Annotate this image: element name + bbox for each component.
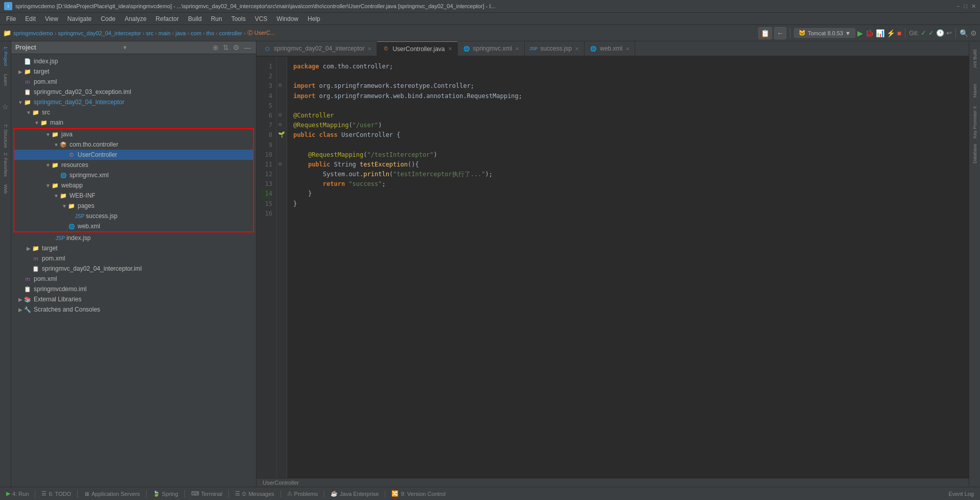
panel-sort-button[interactable]: ⇅ (222, 43, 230, 52)
java-enterprise-button[interactable]: ☕ Java Enterprise (329, 490, 381, 497)
menu-code[interactable]: Code (97, 14, 120, 23)
code-content[interactable]: package com.tho.controller; import org.s… (287, 57, 969, 478)
menu-refactor[interactable]: Refactor (152, 14, 183, 23)
tree-item-pom-project[interactable]: m pom.xml (11, 274, 256, 284)
tree-item-index-webapp[interactable]: JSP index.jsp (11, 233, 256, 243)
tree-item-usercontroller[interactable]: © UserController (14, 150, 253, 160)
tab-close-button[interactable]: ✕ (367, 46, 371, 52)
tree-item-pom-module[interactable]: m pom.xml (11, 253, 256, 264)
sidebar-favorites-button[interactable]: 2: Favorites (1, 150, 11, 180)
tab-web-xml[interactable]: 🌐 web.xml ✕ (585, 41, 635, 56)
tree-item-index-jsp-root[interactable]: 📄 index.jsp (11, 56, 256, 66)
code-editor[interactable]: 1 2 3 4 5 6 7 8 9 10 11 12 13 14 15 16 ⊖ (256, 57, 969, 478)
tab-success-jsp[interactable]: JSP success.jsp ✕ (525, 41, 585, 56)
messages-button[interactable]: ☰ 0: Messages (233, 490, 276, 497)
tree-item-webinf[interactable]: ▼ 📁 WEB-INF (14, 191, 253, 201)
stop-button[interactable]: ■ (897, 29, 901, 37)
git-clock-button[interactable]: 🕐 (936, 29, 944, 37)
tree-item-main[interactable]: ▼ 📁 main (11, 117, 256, 128)
sidebar-bookmark-button[interactable]: ☆ (1, 91, 11, 122)
breadcrumb-project[interactable]: springmvcdemo (13, 30, 53, 36)
version-control-button[interactable]: 🔀 9: Version Control (389, 490, 447, 497)
panel-minimize-button[interactable]: — (243, 43, 252, 52)
tree-item-success-jsp[interactable]: JSP success.jsp (14, 211, 253, 221)
menu-help[interactable]: Help (304, 14, 324, 23)
sidebar-web-button[interactable]: Web (1, 181, 11, 197)
menu-vcs[interactable]: VCS (251, 14, 272, 23)
breadcrumb-controller[interactable]: controller (219, 30, 242, 36)
profile-button[interactable]: ⚡ (886, 29, 895, 37)
breadcrumb-java[interactable]: java (176, 30, 186, 36)
terminal-button[interactable]: ⌨ Terminal (189, 490, 225, 497)
panel-settings-button[interactable]: ⚙ (232, 43, 241, 52)
breadcrumb-src[interactable]: src (146, 30, 154, 36)
tree-item-external-libs[interactable]: ▶ 📚 External Libraries (11, 294, 256, 304)
menu-run[interactable]: Run (207, 14, 226, 23)
settings-button[interactable]: ⚙ (970, 29, 977, 37)
tree-item-java[interactable]: ▼ 📁 java (14, 129, 253, 139)
sidebar-project-button[interactable]: 1: Project (1, 43, 11, 69)
breadcrumb-tho[interactable]: tho (206, 30, 214, 36)
todo-button[interactable]: ☰ 6: TODO (39, 490, 73, 497)
tree-item-pom-root[interactable]: m pom.xml (11, 77, 256, 87)
menu-view[interactable]: View (41, 14, 62, 23)
tree-item-scratches[interactable]: ▶ 🔧 Scratches and Consoles (11, 304, 256, 315)
menu-navigate[interactable]: Navigate (63, 14, 96, 23)
git-check2-button[interactable]: ✓ (928, 29, 934, 37)
appservers-button[interactable]: 🖥 Application Servers (82, 490, 142, 497)
tomcat-dropdown[interactable]: 🐱 Tomcat 8.0.53 ▼ (794, 28, 855, 38)
tab-close-button[interactable]: ✕ (625, 46, 629, 52)
run-status-button[interactable]: ▶ 4: Run (4, 490, 31, 497)
minimize-button[interactable]: − (956, 3, 960, 10)
navigate-back-button[interactable]: 📋 (758, 27, 772, 39)
tree-item-iml-module[interactable]: 📋 springmvc_day02_04_interceptor.iml (11, 264, 256, 274)
maximize-button[interactable]: □ (964, 3, 967, 10)
run-button[interactable]: ▶ (857, 29, 863, 37)
menu-build[interactable]: Build (184, 14, 206, 23)
tree-item-target-module[interactable]: ▶ 📁 target (11, 243, 256, 253)
tree-item-resources[interactable]: ▼ 📁 resources (14, 160, 253, 170)
tree-item-src[interactable]: ▼ 📁 src (11, 107, 256, 117)
tree-item-iml-project[interactable]: 📋 springmvcdemo.iml (11, 284, 256, 294)
close-button[interactable]: ✕ (971, 3, 976, 10)
tree-item-target-root[interactable]: ▶ 📁 target (11, 66, 256, 77)
problems-button[interactable]: ⚠ Problems (285, 490, 320, 497)
coverage-button[interactable]: 📊 (876, 29, 884, 37)
tree-item-web-xml[interactable]: 🌐 web.xml (14, 221, 253, 231)
tree-item-module[interactable]: ▼ 📁 springmvc_day02_04_interceptor (11, 97, 256, 107)
sidebar-structure-button[interactable]: 7: Structure (1, 123, 11, 149)
tab-close-button[interactable]: ✕ (575, 46, 579, 52)
panel-locate-button[interactable]: ⊕ (212, 43, 220, 52)
menu-file[interactable]: File (2, 14, 20, 23)
tree-item-springmvc-xml[interactable]: 🌐 springmvc.xml (14, 170, 253, 180)
breadcrumb-main[interactable]: main (158, 30, 171, 36)
tab-close-button[interactable]: ✕ (515, 46, 519, 52)
ant-build-button[interactable]: Ant Build (970, 43, 980, 74)
menu-edit[interactable]: Edit (21, 14, 40, 23)
panel-dropdown[interactable]: ▼ (122, 44, 128, 51)
menu-tools[interactable]: Tools (227, 14, 250, 23)
spring-button[interactable]: 🍃 Spring (151, 490, 180, 497)
search-everywhere-button[interactable]: 🔍 (960, 29, 968, 37)
navigate-forward-button[interactable]: ← (774, 27, 786, 39)
breadcrumb-com[interactable]: com (191, 30, 201, 36)
menu-analyze[interactable]: Analyze (121, 14, 151, 23)
tree-item-pages[interactable]: ▼ 📁 pages (14, 201, 253, 211)
key-promoter-button[interactable]: Key Promoter X (970, 107, 980, 137)
tab-springmvc-xml[interactable]: 🌐 springmvc.xml ✕ (458, 41, 525, 56)
tree-item-webapp[interactable]: ▼ 📁 webapp (14, 180, 253, 191)
tab-usercontroller[interactable]: © UserController.java ✕ (377, 41, 457, 56)
tab-springmvc-module[interactable]: ⬡ springmvc_day02_04_interceptor ✕ (259, 41, 377, 56)
menu-window[interactable]: Window (272, 14, 302, 23)
maven-button[interactable]: Maven (970, 75, 980, 106)
git-undo-button[interactable]: ↩ (946, 29, 952, 37)
tree-item-iml-exception[interactable]: 📋 springmvc_day02_03_exception.iml (11, 87, 256, 97)
tree-item-package[interactable]: ▼ 📦 com.tho.controller (14, 139, 253, 150)
debug-button[interactable]: 🐞 (865, 29, 874, 37)
event-log-button[interactable]: Event Log (946, 490, 976, 497)
tab-close-button[interactable]: ✕ (448, 46, 452, 52)
database-button[interactable]: Database (970, 138, 980, 169)
git-check-button[interactable]: ✓ (921, 29, 926, 37)
breadcrumb-module[interactable]: springmvc_day02_04_interceptor (58, 30, 141, 36)
sidebar-learn-button[interactable]: Learn (1, 70, 11, 90)
